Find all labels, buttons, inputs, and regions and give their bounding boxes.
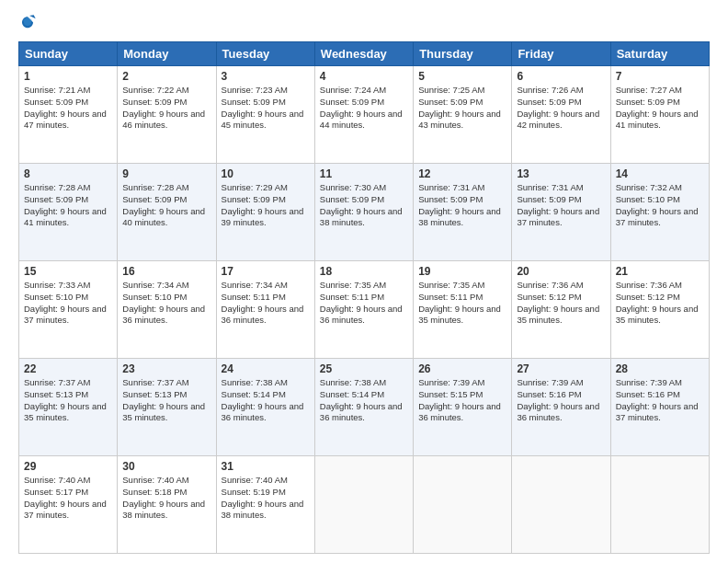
- calendar-cell: 20 Sunrise: 7:36 AM Sunset: 5:12 PM Dayl…: [512, 261, 610, 359]
- weekday-monday: Monday: [118, 42, 216, 66]
- cell-info: Sunrise: 7:40 AM Sunset: 5:18 PM Dayligh…: [122, 475, 210, 522]
- day-number: 3: [222, 70, 310, 83]
- weekday-sunday: Sunday: [19, 42, 118, 66]
- calendar-cell: 25 Sunrise: 7:38 AM Sunset: 5:14 PM Dayl…: [314, 359, 413, 456]
- day-number: 21: [616, 265, 704, 278]
- calendar-cell: 22 Sunrise: 7:37 AM Sunset: 5:13 PM Dayl…: [19, 359, 118, 456]
- day-number: 29: [24, 460, 112, 473]
- cell-info: Sunrise: 7:40 AM Sunset: 5:17 PM Dayligh…: [24, 475, 112, 522]
- day-number: 18: [320, 265, 408, 278]
- cell-info: Sunrise: 7:39 AM Sunset: 5:16 PM Dayligh…: [517, 377, 605, 424]
- day-number: 7: [616, 70, 704, 83]
- day-number: 9: [122, 167, 210, 180]
- calendar-cell: 6 Sunrise: 7:26 AM Sunset: 5:09 PM Dayli…: [512, 66, 610, 164]
- logo: [18, 14, 40, 32]
- calendar-cell: 10 Sunrise: 7:29 AM Sunset: 5:09 PM Dayl…: [216, 164, 314, 261]
- day-number: 27: [517, 362, 605, 375]
- day-number: 24: [222, 362, 310, 375]
- calendar-cell: 28 Sunrise: 7:39 AM Sunset: 5:16 PM Dayl…: [610, 359, 709, 456]
- calendar-cell: 12 Sunrise: 7:31 AM Sunset: 5:09 PM Dayl…: [414, 164, 512, 261]
- cell-info: Sunrise: 7:35 AM Sunset: 5:11 PM Dayligh…: [320, 280, 408, 327]
- svg-marker-0: [29, 15, 36, 18]
- weekday-tuesday: Tuesday: [216, 42, 314, 66]
- calendar-table: SundayMondayTuesdayWednesdayThursdayFrid…: [18, 41, 710, 554]
- weekday-saturday: Saturday: [610, 42, 709, 66]
- day-number: 16: [122, 265, 210, 278]
- calendar-cell: 7 Sunrise: 7:27 AM Sunset: 5:09 PM Dayli…: [610, 66, 709, 164]
- day-number: 13: [517, 167, 605, 180]
- day-number: 22: [24, 362, 112, 375]
- day-number: 15: [24, 265, 112, 278]
- calendar-cell: 31 Sunrise: 7:40 AM Sunset: 5:19 PM Dayl…: [216, 456, 314, 554]
- calendar-cell: 3 Sunrise: 7:23 AM Sunset: 5:09 PM Dayli…: [216, 66, 314, 164]
- page: SundayMondayTuesdayWednesdayThursdayFrid…: [0, 0, 728, 563]
- day-number: 25: [320, 362, 408, 375]
- logo-icon: [18, 14, 37, 32]
- calendar-cell: 9 Sunrise: 7:28 AM Sunset: 5:09 PM Dayli…: [118, 164, 216, 261]
- cell-info: Sunrise: 7:37 AM Sunset: 5:13 PM Dayligh…: [122, 377, 210, 424]
- cell-info: Sunrise: 7:22 AM Sunset: 5:09 PM Dayligh…: [122, 85, 210, 132]
- calendar-cell: [512, 456, 610, 554]
- cell-info: Sunrise: 7:38 AM Sunset: 5:14 PM Dayligh…: [222, 377, 310, 424]
- day-number: 28: [616, 362, 704, 375]
- cell-info: Sunrise: 7:26 AM Sunset: 5:09 PM Dayligh…: [517, 85, 605, 132]
- calendar-cell: 5 Sunrise: 7:25 AM Sunset: 5:09 PM Dayli…: [414, 66, 512, 164]
- cell-info: Sunrise: 7:25 AM Sunset: 5:09 PM Dayligh…: [418, 85, 506, 132]
- calendar-cell: 11 Sunrise: 7:30 AM Sunset: 5:09 PM Dayl…: [314, 164, 413, 261]
- calendar-cell: [314, 456, 413, 554]
- cell-info: Sunrise: 7:34 AM Sunset: 5:11 PM Dayligh…: [222, 280, 310, 327]
- calendar-cell: 17 Sunrise: 7:34 AM Sunset: 5:11 PM Dayl…: [216, 261, 314, 359]
- calendar-cell: 2 Sunrise: 7:22 AM Sunset: 5:09 PM Dayli…: [118, 66, 216, 164]
- calendar-cell: 19 Sunrise: 7:35 AM Sunset: 5:11 PM Dayl…: [414, 261, 512, 359]
- cell-info: Sunrise: 7:29 AM Sunset: 5:09 PM Dayligh…: [222, 182, 310, 229]
- day-number: 30: [122, 460, 210, 473]
- day-number: 1: [24, 70, 112, 83]
- cell-info: Sunrise: 7:30 AM Sunset: 5:09 PM Dayligh…: [320, 182, 408, 229]
- day-number: 23: [122, 362, 210, 375]
- cell-info: Sunrise: 7:33 AM Sunset: 5:10 PM Dayligh…: [24, 280, 112, 327]
- day-number: 12: [418, 167, 506, 180]
- weekday-wednesday: Wednesday: [314, 42, 413, 66]
- cell-info: Sunrise: 7:28 AM Sunset: 5:09 PM Dayligh…: [24, 182, 112, 229]
- calendar-cell: 27 Sunrise: 7:39 AM Sunset: 5:16 PM Dayl…: [512, 359, 610, 456]
- cell-info: Sunrise: 7:23 AM Sunset: 5:09 PM Dayligh…: [222, 85, 310, 132]
- weekday-thursday: Thursday: [414, 42, 512, 66]
- cell-info: Sunrise: 7:21 AM Sunset: 5:09 PM Dayligh…: [24, 85, 112, 132]
- cell-info: Sunrise: 7:28 AM Sunset: 5:09 PM Dayligh…: [122, 182, 210, 229]
- header: [18, 14, 710, 32]
- calendar-cell: 14 Sunrise: 7:32 AM Sunset: 5:10 PM Dayl…: [610, 164, 709, 261]
- cell-info: Sunrise: 7:38 AM Sunset: 5:14 PM Dayligh…: [320, 377, 408, 424]
- cell-info: Sunrise: 7:32 AM Sunset: 5:10 PM Dayligh…: [616, 182, 704, 229]
- cell-info: Sunrise: 7:34 AM Sunset: 5:10 PM Dayligh…: [122, 280, 210, 327]
- day-number: 19: [418, 265, 506, 278]
- day-number: 17: [222, 265, 310, 278]
- week-row-2: 8 Sunrise: 7:28 AM Sunset: 5:09 PM Dayli…: [19, 164, 710, 261]
- calendar-cell: 21 Sunrise: 7:36 AM Sunset: 5:12 PM Dayl…: [610, 261, 709, 359]
- calendar-cell: 24 Sunrise: 7:38 AM Sunset: 5:14 PM Dayl…: [216, 359, 314, 456]
- week-row-1: 1 Sunrise: 7:21 AM Sunset: 5:09 PM Dayli…: [19, 66, 710, 164]
- calendar-cell: 15 Sunrise: 7:33 AM Sunset: 5:10 PM Dayl…: [19, 261, 118, 359]
- calendar-cell: 23 Sunrise: 7:37 AM Sunset: 5:13 PM Dayl…: [118, 359, 216, 456]
- calendar-cell: 29 Sunrise: 7:40 AM Sunset: 5:17 PM Dayl…: [19, 456, 118, 554]
- calendar-cell: 1 Sunrise: 7:21 AM Sunset: 5:09 PM Dayli…: [19, 66, 118, 164]
- day-number: 2: [122, 70, 210, 83]
- day-number: 6: [517, 70, 605, 83]
- day-number: 10: [222, 167, 310, 180]
- cell-info: Sunrise: 7:40 AM Sunset: 5:19 PM Dayligh…: [222, 475, 310, 522]
- cell-info: Sunrise: 7:31 AM Sunset: 5:09 PM Dayligh…: [418, 182, 506, 229]
- calendar-cell: [610, 456, 709, 554]
- week-row-3: 15 Sunrise: 7:33 AM Sunset: 5:10 PM Dayl…: [19, 261, 710, 359]
- calendar-cell: 26 Sunrise: 7:39 AM Sunset: 5:15 PM Dayl…: [414, 359, 512, 456]
- cell-info: Sunrise: 7:37 AM Sunset: 5:13 PM Dayligh…: [24, 377, 112, 424]
- weekday-header-row: SundayMondayTuesdayWednesdayThursdayFrid…: [19, 42, 710, 66]
- week-row-5: 29 Sunrise: 7:40 AM Sunset: 5:17 PM Dayl…: [19, 456, 710, 554]
- day-number: 5: [418, 70, 506, 83]
- calendar-cell: [414, 456, 512, 554]
- cell-info: Sunrise: 7:24 AM Sunset: 5:09 PM Dayligh…: [320, 85, 408, 132]
- calendar-cell: 30 Sunrise: 7:40 AM Sunset: 5:18 PM Dayl…: [118, 456, 216, 554]
- day-number: 4: [320, 70, 408, 83]
- week-row-4: 22 Sunrise: 7:37 AM Sunset: 5:13 PM Dayl…: [19, 359, 710, 456]
- calendar-cell: 8 Sunrise: 7:28 AM Sunset: 5:09 PM Dayli…: [19, 164, 118, 261]
- calendar-cell: 18 Sunrise: 7:35 AM Sunset: 5:11 PM Dayl…: [314, 261, 413, 359]
- cell-info: Sunrise: 7:36 AM Sunset: 5:12 PM Dayligh…: [517, 280, 605, 327]
